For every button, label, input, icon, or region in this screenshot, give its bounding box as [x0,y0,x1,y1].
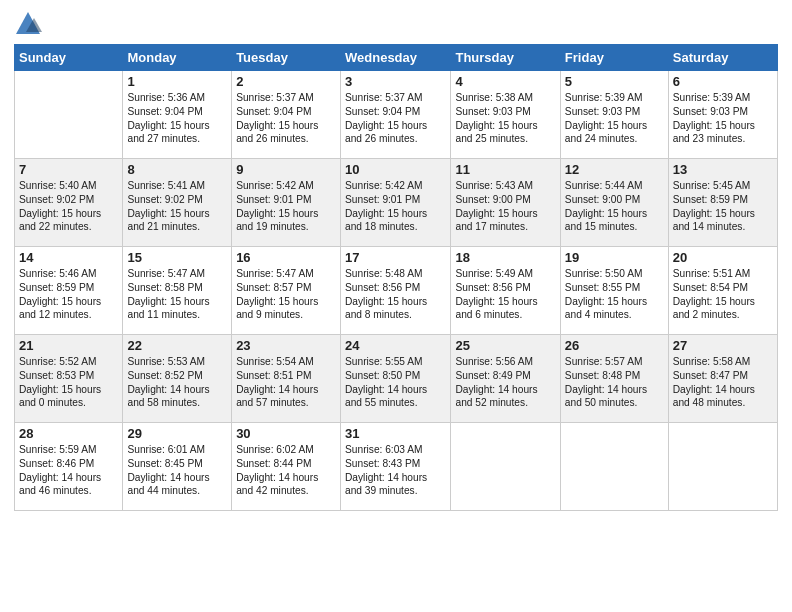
calendar-cell: 14Sunrise: 5:46 AMSunset: 8:59 PMDayligh… [15,247,123,335]
calendar-cell: 20Sunrise: 5:51 AMSunset: 8:54 PMDayligh… [668,247,777,335]
day-number: 31 [345,426,446,441]
calendar-cell [451,423,560,511]
calendar-cell: 7Sunrise: 5:40 AMSunset: 9:02 PMDaylight… [15,159,123,247]
day-number: 7 [19,162,118,177]
calendar-cell [668,423,777,511]
day-info: Sunrise: 5:42 AMSunset: 9:01 PMDaylight:… [345,179,446,234]
calendar-cell: 16Sunrise: 5:47 AMSunset: 8:57 PMDayligh… [232,247,341,335]
calendar-cell [15,71,123,159]
day-number: 25 [455,338,555,353]
calendar-cell: 29Sunrise: 6:01 AMSunset: 8:45 PMDayligh… [123,423,232,511]
day-number: 16 [236,250,336,265]
calendar-cell: 9Sunrise: 5:42 AMSunset: 9:01 PMDaylight… [232,159,341,247]
day-number: 14 [19,250,118,265]
week-row-1: 7Sunrise: 5:40 AMSunset: 9:02 PMDaylight… [15,159,778,247]
day-number: 29 [127,426,227,441]
calendar-cell: 6Sunrise: 5:39 AMSunset: 9:03 PMDaylight… [668,71,777,159]
day-info: Sunrise: 5:59 AMSunset: 8:46 PMDaylight:… [19,443,118,498]
day-number: 22 [127,338,227,353]
day-number: 10 [345,162,446,177]
calendar-cell: 24Sunrise: 5:55 AMSunset: 8:50 PMDayligh… [341,335,451,423]
day-number: 17 [345,250,446,265]
day-number: 28 [19,426,118,441]
day-number: 18 [455,250,555,265]
day-info: Sunrise: 5:46 AMSunset: 8:59 PMDaylight:… [19,267,118,322]
day-number: 1 [127,74,227,89]
week-row-0: 1Sunrise: 5:36 AMSunset: 9:04 PMDaylight… [15,71,778,159]
calendar-cell: 11Sunrise: 5:43 AMSunset: 9:00 PMDayligh… [451,159,560,247]
weekday-wednesday: Wednesday [341,45,451,71]
calendar-cell: 13Sunrise: 5:45 AMSunset: 8:59 PMDayligh… [668,159,777,247]
weekday-header-row: SundayMondayTuesdayWednesdayThursdayFrid… [15,45,778,71]
day-info: Sunrise: 5:40 AMSunset: 9:02 PMDaylight:… [19,179,118,234]
day-info: Sunrise: 5:39 AMSunset: 9:03 PMDaylight:… [565,91,664,146]
calendar-cell: 27Sunrise: 5:58 AMSunset: 8:47 PMDayligh… [668,335,777,423]
day-info: Sunrise: 5:56 AMSunset: 8:49 PMDaylight:… [455,355,555,410]
day-info: Sunrise: 5:44 AMSunset: 9:00 PMDaylight:… [565,179,664,234]
weekday-tuesday: Tuesday [232,45,341,71]
day-number: 11 [455,162,555,177]
day-number: 24 [345,338,446,353]
calendar-cell: 21Sunrise: 5:52 AMSunset: 8:53 PMDayligh… [15,335,123,423]
calendar-cell: 5Sunrise: 5:39 AMSunset: 9:03 PMDaylight… [560,71,668,159]
day-info: Sunrise: 5:45 AMSunset: 8:59 PMDaylight:… [673,179,773,234]
day-number: 27 [673,338,773,353]
day-number: 26 [565,338,664,353]
calendar-cell: 1Sunrise: 5:36 AMSunset: 9:04 PMDaylight… [123,71,232,159]
day-number: 19 [565,250,664,265]
day-info: Sunrise: 5:47 AMSunset: 8:57 PMDaylight:… [236,267,336,322]
calendar-cell: 28Sunrise: 5:59 AMSunset: 8:46 PMDayligh… [15,423,123,511]
day-info: Sunrise: 5:37 AMSunset: 9:04 PMDaylight:… [345,91,446,146]
calendar-cell: 10Sunrise: 5:42 AMSunset: 9:01 PMDayligh… [341,159,451,247]
calendar-cell: 3Sunrise: 5:37 AMSunset: 9:04 PMDaylight… [341,71,451,159]
calendar-cell: 19Sunrise: 5:50 AMSunset: 8:55 PMDayligh… [560,247,668,335]
logo [14,10,44,38]
day-info: Sunrise: 5:57 AMSunset: 8:48 PMDaylight:… [565,355,664,410]
day-number: 8 [127,162,227,177]
week-row-2: 14Sunrise: 5:46 AMSunset: 8:59 PMDayligh… [15,247,778,335]
page: SundayMondayTuesdayWednesdayThursdayFrid… [0,0,792,612]
weekday-thursday: Thursday [451,45,560,71]
day-number: 20 [673,250,773,265]
day-number: 13 [673,162,773,177]
calendar-cell: 18Sunrise: 5:49 AMSunset: 8:56 PMDayligh… [451,247,560,335]
day-info: Sunrise: 6:02 AMSunset: 8:44 PMDaylight:… [236,443,336,498]
calendar-cell: 8Sunrise: 5:41 AMSunset: 9:02 PMDaylight… [123,159,232,247]
weekday-saturday: Saturday [668,45,777,71]
day-info: Sunrise: 5:47 AMSunset: 8:58 PMDaylight:… [127,267,227,322]
day-info: Sunrise: 5:41 AMSunset: 9:02 PMDaylight:… [127,179,227,234]
day-number: 3 [345,74,446,89]
weekday-sunday: Sunday [15,45,123,71]
calendar-cell: 22Sunrise: 5:53 AMSunset: 8:52 PMDayligh… [123,335,232,423]
calendar-cell: 12Sunrise: 5:44 AMSunset: 9:00 PMDayligh… [560,159,668,247]
day-number: 21 [19,338,118,353]
week-row-4: 28Sunrise: 5:59 AMSunset: 8:46 PMDayligh… [15,423,778,511]
day-info: Sunrise: 5:42 AMSunset: 9:01 PMDaylight:… [236,179,336,234]
day-info: Sunrise: 5:51 AMSunset: 8:54 PMDaylight:… [673,267,773,322]
calendar-cell: 15Sunrise: 5:47 AMSunset: 8:58 PMDayligh… [123,247,232,335]
calendar-cell: 2Sunrise: 5:37 AMSunset: 9:04 PMDaylight… [232,71,341,159]
day-info: Sunrise: 5:52 AMSunset: 8:53 PMDaylight:… [19,355,118,410]
calendar-cell: 30Sunrise: 6:02 AMSunset: 8:44 PMDayligh… [232,423,341,511]
header [14,10,778,38]
day-info: Sunrise: 5:54 AMSunset: 8:51 PMDaylight:… [236,355,336,410]
day-number: 6 [673,74,773,89]
day-info: Sunrise: 5:43 AMSunset: 9:00 PMDaylight:… [455,179,555,234]
day-number: 30 [236,426,336,441]
day-info: Sunrise: 5:39 AMSunset: 9:03 PMDaylight:… [673,91,773,146]
day-info: Sunrise: 5:49 AMSunset: 8:56 PMDaylight:… [455,267,555,322]
calendar-cell [560,423,668,511]
week-row-3: 21Sunrise: 5:52 AMSunset: 8:53 PMDayligh… [15,335,778,423]
calendar-cell: 26Sunrise: 5:57 AMSunset: 8:48 PMDayligh… [560,335,668,423]
day-number: 15 [127,250,227,265]
calendar-cell: 31Sunrise: 6:03 AMSunset: 8:43 PMDayligh… [341,423,451,511]
calendar: SundayMondayTuesdayWednesdayThursdayFrid… [14,44,778,511]
day-info: Sunrise: 5:37 AMSunset: 9:04 PMDaylight:… [236,91,336,146]
logo-icon [14,10,42,38]
day-info: Sunrise: 5:50 AMSunset: 8:55 PMDaylight:… [565,267,664,322]
day-info: Sunrise: 5:38 AMSunset: 9:03 PMDaylight:… [455,91,555,146]
day-number: 2 [236,74,336,89]
weekday-monday: Monday [123,45,232,71]
calendar-cell: 23Sunrise: 5:54 AMSunset: 8:51 PMDayligh… [232,335,341,423]
day-number: 5 [565,74,664,89]
